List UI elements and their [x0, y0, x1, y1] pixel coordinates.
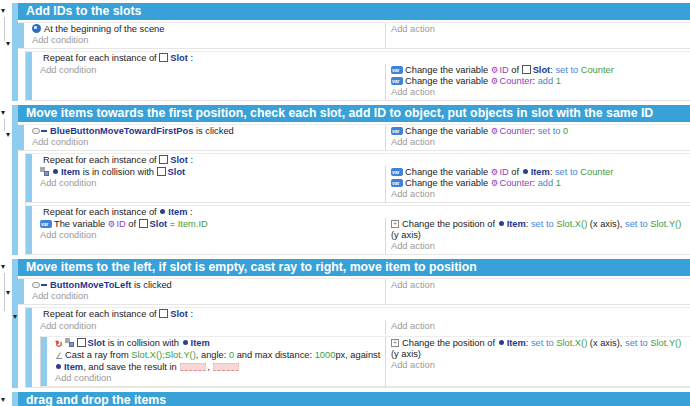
- missing-parameter-field[interactable]: [213, 363, 239, 371]
- add-action-link[interactable]: Add action: [391, 137, 688, 148]
- action-row[interactable]: Change the variable Counter: set to 0: [391, 126, 688, 137]
- add-action-link[interactable]: Add action: [391, 280, 688, 291]
- slot-icon: [159, 53, 168, 62]
- text-segment: :: [188, 53, 193, 63]
- event-block: Slot is in collision with Item Cast a ra…: [41, 336, 690, 387]
- condition-row[interactable]: At the beginning of the scene: [32, 24, 382, 35]
- conditions-column: Item is in collision with Slot Add condi…: [33, 166, 385, 202]
- text-segment: ,: [207, 362, 212, 372]
- add-action-link[interactable]: Add action: [391, 321, 688, 332]
- add-condition-link[interactable]: Add condition: [55, 373, 382, 384]
- action-row[interactable]: Change the position of Item: set to Slot…: [391, 219, 688, 241]
- item-icon: [56, 364, 61, 369]
- text-segment: Counter: [499, 76, 532, 86]
- event-block: At the beginning of the scene Add condit…: [18, 22, 690, 101]
- item-icon: [183, 340, 188, 345]
- text-segment: =: [167, 219, 178, 229]
- repeat-header[interactable]: Repeat for each instance of Slot :: [33, 52, 690, 64]
- slot-icon: [522, 65, 531, 74]
- collapse-arrow-icon[interactable]: [1, 263, 9, 271]
- condition-row[interactable]: ButtonMoveToLeft is clicked: [32, 280, 382, 291]
- position-icon: [391, 339, 399, 347]
- text-segment: Counter: [499, 126, 532, 136]
- action-row[interactable]: Change the variable Counter: add 1: [391, 76, 688, 87]
- collapse-arrow-icon[interactable]: [6, 289, 14, 297]
- add-condition-link[interactable]: Add condition: [32, 137, 382, 148]
- text-segment: Repeat for each instance of: [43, 155, 159, 165]
- text-segment: The variable: [54, 219, 108, 229]
- text-segment: Counter: [499, 178, 532, 188]
- add-action-link[interactable]: Add action: [391, 24, 688, 35]
- repeat-header[interactable]: Repeat for each instance of Item :: [33, 206, 690, 218]
- group-header[interactable]: Move items towards the first position, c…: [18, 105, 690, 122]
- event-bar: [18, 279, 24, 304]
- conditions-column: BlueButtonMoveTowardFirstPos is clicked …: [25, 125, 385, 150]
- tree-line: [4, 17, 5, 41]
- conditions-column: Add condition: [33, 64, 385, 100]
- text-segment: Slot.X(): [554, 219, 588, 229]
- condition-row[interactable]: Cast a ray from Slot.X();Slot.Y(), angle…: [55, 350, 382, 373]
- condition-row[interactable]: Slot is in collision with Item: [55, 338, 382, 350]
- add-action-link[interactable]: Add action: [391, 360, 688, 371]
- text-segment: Cast a ray from: [65, 350, 131, 360]
- conditions-column: The variable ID of Slot = Item.ID Add co…: [33, 218, 385, 254]
- button-icon: [32, 127, 47, 135]
- missing-parameter-field[interactable]: [180, 363, 206, 371]
- add-condition-link[interactable]: Add condition: [40, 321, 382, 332]
- text-segment: Slot: [170, 309, 188, 319]
- text-segment: At the beginning of the scene: [44, 24, 164, 34]
- group-header[interactable]: Move items to the left, if slot is empty…: [18, 259, 690, 276]
- text-segment: Item: [64, 362, 83, 372]
- text-segment: , and save the result in: [83, 362, 179, 372]
- collapse-arrow-icon[interactable]: [13, 313, 21, 321]
- text-segment: of: [126, 219, 139, 229]
- text-segment: add: [538, 76, 554, 86]
- action-row[interactable]: Change the variable Counter: add 1: [391, 178, 688, 189]
- add-action-link[interactable]: Add action: [391, 189, 688, 200]
- text-segment: px, against: [335, 350, 383, 360]
- add-action-link[interactable]: Add action: [391, 241, 688, 252]
- repeat-header[interactable]: Repeat for each instance of Slot :: [33, 308, 690, 320]
- text-segment: ID: [116, 219, 125, 229]
- action-row[interactable]: Change the variable ID of Item: set to C…: [391, 167, 688, 178]
- condition-row[interactable]: Item is in collision with Slot: [40, 167, 382, 178]
- collapse-arrow-icon[interactable]: [6, 40, 14, 48]
- add-condition-link[interactable]: Add condition: [40, 65, 382, 76]
- text-segment: is clicked: [131, 280, 171, 290]
- text-segment: 1: [553, 76, 561, 86]
- text-segment: Change the variable: [405, 126, 491, 136]
- text-segment: is in collision with: [80, 167, 156, 177]
- text-segment: Slot: [170, 53, 188, 63]
- add-condition-link[interactable]: Add condition: [32, 35, 382, 46]
- text-segment: 1000: [315, 350, 336, 360]
- add-condition-link[interactable]: Add condition: [32, 291, 382, 302]
- text-segment: Item: [531, 167, 550, 177]
- collapse-arrow-icon[interactable]: [1, 7, 9, 15]
- condition-row[interactable]: The variable ID of Slot = Item.ID: [40, 219, 382, 230]
- condition-row[interactable]: BlueButtonMoveTowardFirstPos is clicked: [32, 126, 382, 137]
- action-row[interactable]: Change the position of Item: set to Slot…: [391, 338, 688, 360]
- text-segment: BlueButtonMoveTowardFirstPos: [50, 126, 193, 136]
- text-segment: 0: [560, 126, 568, 136]
- collapse-arrow-icon[interactable]: [1, 396, 9, 404]
- group-header[interactable]: drag and drop the items: [18, 392, 690, 406]
- collision-icon: [40, 167, 49, 176]
- text-segment: Change the position of: [402, 338, 498, 348]
- event-bar: [41, 337, 47, 386]
- collapse-arrow-icon[interactable]: [6, 131, 14, 139]
- action-row[interactable]: Change the variable ID of Slot: set to C…: [391, 65, 688, 76]
- group-header[interactable]: Add IDs to the slots: [18, 3, 690, 20]
- text-segment: Change the variable: [405, 76, 491, 86]
- add-condition-link[interactable]: Add condition: [40, 178, 382, 189]
- text-segment: (x axis),: [587, 338, 625, 348]
- add-condition-link[interactable]: Add condition: [40, 230, 382, 241]
- collapse-arrow-icon[interactable]: [1, 109, 9, 117]
- text-segment: Slot: [168, 167, 186, 177]
- text-segment: Slot.X();Slot.Y(): [131, 350, 196, 360]
- repeat-header[interactable]: Repeat for each instance of Slot :: [33, 154, 690, 166]
- text-segment: Change the variable: [405, 178, 491, 188]
- text-segment: Counter: [578, 65, 614, 75]
- ray-icon: [55, 351, 63, 362]
- add-action-link[interactable]: Add action: [391, 87, 688, 98]
- item-icon: [499, 221, 504, 226]
